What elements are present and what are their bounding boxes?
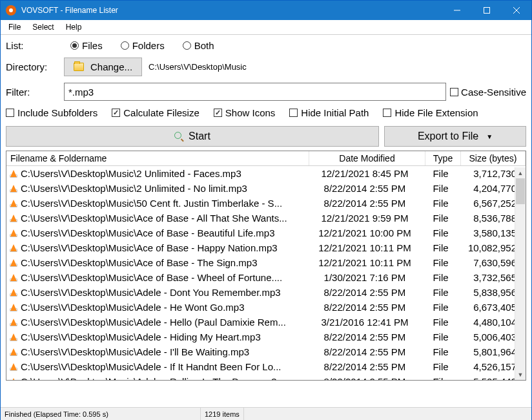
file-icon: [9, 288, 18, 297]
maximize-button[interactable]: [472, 1, 502, 20]
cell-size: 3,712,730: [458, 168, 523, 179]
cell-date-modified: 8/22/2014 2:55 PM: [307, 302, 423, 313]
cell-date-modified: 8/22/2014 2:55 PM: [307, 331, 423, 342]
cell-type: File: [423, 361, 458, 372]
file-icon: [9, 258, 18, 268]
table-row[interactable]: C:\Users\V\Desktop\Music\Adele - I'll Be…: [6, 344, 526, 359]
file-icon: [9, 273, 18, 282]
radio-icon: [121, 41, 129, 50]
file-icon: [9, 303, 18, 312]
search-icon: [174, 132, 183, 141]
table-row[interactable]: C:\Users\V\Desktop\Music\2 Unlimited - N…: [6, 181, 526, 196]
file-icon: [9, 377, 18, 381]
cell-size: 4,480,104: [458, 317, 523, 328]
hide-file-extension-checkbox[interactable]: Hide File Extension: [383, 107, 478, 118]
cell-filename: C:\Users\V\Desktop\Music\Ace of Base - T…: [21, 257, 258, 268]
cell-filename: C:\Users\V\Desktop\Music\Adele - If It H…: [21, 361, 281, 372]
show-icons-checkbox[interactable]: Show Icons: [214, 107, 276, 118]
cell-date-modified: 12/21/2021 10:11 PM: [307, 257, 423, 268]
statusbar: Finished (Elapsed Time: 0.595 s) 1219 it…: [1, 407, 531, 420]
radio-both[interactable]: Both: [183, 40, 214, 51]
table-row[interactable]: C:\Users\V\Desktop\Music\Adele - If It H…: [6, 359, 526, 374]
scroll-up-icon[interactable]: ▲: [515, 167, 526, 178]
cell-filename: C:\Users\V\Desktop\Music\Adele - I'll Be…: [21, 346, 249, 357]
cell-size: 6,673,405: [458, 302, 523, 313]
close-button[interactable]: [502, 1, 531, 20]
cell-size: 7,630,596: [458, 257, 523, 268]
file-icon: [9, 244, 18, 253]
cell-filename: C:\Users\V\Desktop\Music\Ace of Base - H…: [21, 242, 278, 253]
table-row[interactable]: C:\Users\V\Desktop\Music\Ace of Base - H…: [6, 240, 526, 255]
calculate-filesize-checkbox[interactable]: Calculate Filesize: [112, 107, 200, 118]
table-row[interactable]: C:\Users\V\Desktop\Music\Adele - He Wont…: [6, 300, 526, 315]
cell-type: File: [423, 331, 458, 342]
cell-type: File: [423, 302, 458, 313]
vertical-scrollbar[interactable]: ▲ ▼: [515, 167, 526, 380]
checkbox-icon: [112, 109, 120, 117]
menu-select[interactable]: Select: [27, 21, 59, 34]
status-elapsed: Finished (Elapsed Time: 0.595 s): [1, 408, 201, 420]
radio-icon: [70, 41, 79, 50]
include-subfolders-checkbox[interactable]: Include Subfolders: [6, 107, 97, 118]
cell-filename: C:\Users\V\Desktop\Music\2 Unlimited - F…: [21, 168, 241, 179]
column-type[interactable]: Type: [425, 151, 461, 165]
cell-type: File: [423, 346, 458, 357]
cell-size: 3,732,565: [458, 272, 523, 283]
table-row[interactable]: C:\Users\V\Desktop\Music\Adele - Rolling…: [6, 374, 526, 380]
table-row[interactable]: C:\Users\V\Desktop\Music\2 Unlimited - F…: [6, 166, 526, 181]
scrollbar-thumb[interactable]: [516, 178, 525, 204]
column-size[interactable]: Size (bytes): [461, 151, 526, 165]
cell-date-modified: 8/22/2014 2:55 PM: [307, 376, 423, 380]
column-filename[interactable]: Filename & Foldername: [6, 151, 309, 165]
file-icon: [9, 348, 18, 357]
cell-date-modified: 12/21/2021 8:45 PM: [307, 168, 423, 179]
export-to-file-button[interactable]: Export to File ▼: [384, 126, 526, 147]
cell-type: File: [423, 168, 458, 179]
file-icon: [9, 362, 18, 372]
table-row[interactable]: C:\Users\V\Desktop\Music\Adele - Dont Yo…: [6, 285, 526, 300]
case-sensitive-checkbox[interactable]: Case-Sensitive: [450, 87, 526, 98]
table-row[interactable]: C:\Users\V\Desktop\Music\Ace of Base - T…: [6, 255, 526, 270]
list-label: List:: [6, 40, 64, 51]
table-row[interactable]: C:\Users\V\Desktop\Music\Adele - Hiding …: [6, 330, 526, 344]
start-button[interactable]: Start: [6, 126, 379, 147]
cell-filename: C:\Users\V\Desktop\Music\Adele - Hiding …: [21, 331, 261, 342]
file-table: Filename & Foldername Date Modified Type…: [6, 151, 526, 381]
svg-rect-0: [484, 8, 490, 14]
table-row[interactable]: C:\Users\V\Desktop\Music\Ace of Base - A…: [6, 211, 526, 226]
file-icon: [9, 214, 18, 223]
cell-filename: C:\Users\V\Desktop\Music\Ace of Base - W…: [21, 272, 282, 283]
cell-filename: C:\Users\V\Desktop\Music\Adele - Rolling…: [21, 376, 277, 380]
cell-filename: C:\Users\V\Desktop\Music\Adele - He Wont…: [21, 302, 245, 313]
checkbox-icon: [289, 109, 298, 117]
filter-input[interactable]: [64, 83, 446, 101]
cell-type: File: [423, 376, 458, 380]
table-row[interactable]: C:\Users\V\Desktop\Music\Adele - Hello (…: [6, 315, 526, 330]
cell-size: 6,567,252: [458, 198, 523, 209]
cell-type: File: [423, 213, 458, 224]
checkbox-icon: [214, 109, 222, 117]
menu-file[interactable]: File: [3, 21, 26, 34]
cell-type: File: [423, 242, 458, 253]
cell-size: 10,082,952: [458, 242, 523, 253]
radio-files[interactable]: Files: [70, 40, 103, 51]
radio-folders[interactable]: Folders: [121, 40, 165, 51]
cell-date-modified: 1/30/2021 7:16 PM: [307, 272, 423, 283]
status-item-count: 1219 items: [201, 408, 244, 420]
cell-date-modified: 12/21/2021 10:00 PM: [307, 227, 423, 238]
table-row[interactable]: C:\Users\V\Desktop\Music\Ace of Base - B…: [6, 226, 526, 240]
cell-filename: C:\Users\V\Desktop\Music\Adele - Dont Yo…: [21, 287, 281, 298]
table-row[interactable]: C:\Users\V\Desktop\Music\50 Cent ft. Jus…: [6, 196, 526, 211]
checkbox-icon: [383, 109, 391, 117]
cell-date-modified: 8/22/2014 2:55 PM: [307, 361, 423, 372]
cell-size: 5,801,964: [458, 346, 523, 357]
scroll-down-icon[interactable]: ▼: [515, 369, 526, 380]
table-row[interactable]: C:\Users\V\Desktop\Music\Ace of Base - W…: [6, 270, 526, 285]
column-date-modified[interactable]: Date Modified: [309, 151, 425, 165]
cell-size: 4,526,157: [458, 361, 523, 372]
hide-initial-path-checkbox[interactable]: Hide Initial Path: [289, 107, 369, 118]
change-directory-button[interactable]: Change...: [64, 58, 142, 76]
titlebar[interactable]: VOVSOFT - Filename Lister: [1, 1, 531, 20]
minimize-button[interactable]: [442, 1, 472, 20]
menu-help[interactable]: Help: [61, 21, 87, 34]
